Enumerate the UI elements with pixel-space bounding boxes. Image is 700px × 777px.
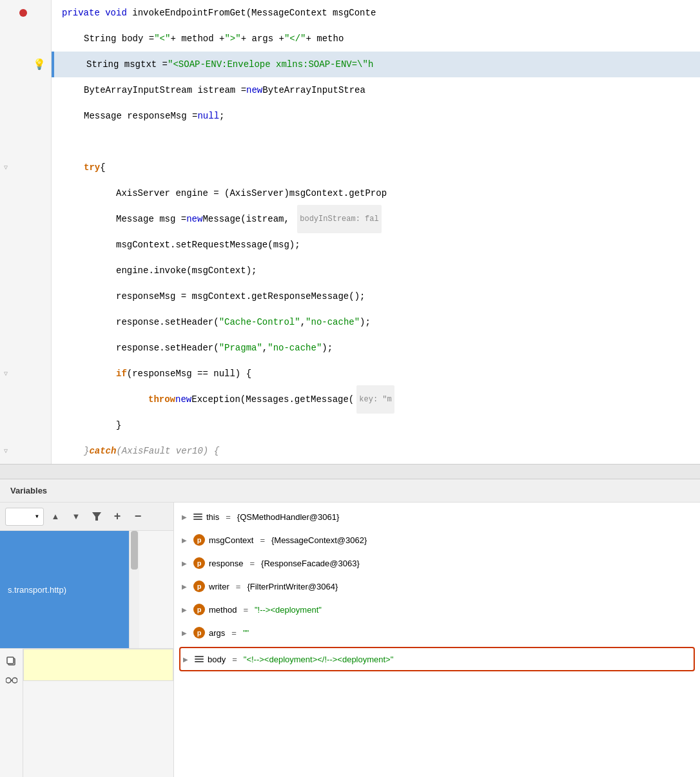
expand-arrow-response[interactable]: ▶ bbox=[182, 560, 190, 567]
down-button[interactable]: ▼ bbox=[67, 508, 85, 526]
keyword-null: null bbox=[197, 103, 219, 129]
code-line-11: engine.invoke(msgContext); bbox=[52, 258, 700, 283]
left-toolbar: ▾ ▲ ▼ + − bbox=[0, 503, 173, 531]
filter-button[interactable] bbox=[88, 508, 106, 526]
keyword-throw: throw bbox=[148, 387, 175, 412]
code-text: ByteArrayInputStream istream = bbox=[84, 77, 246, 103]
code-line-4: ByteArrayInputStream istream = new ByteA… bbox=[52, 77, 700, 103]
type-badge-p-args: p bbox=[193, 627, 205, 638]
gutter-line-3: 💡 bbox=[0, 52, 51, 77]
bulb-icon[interactable]: 💡 bbox=[33, 58, 46, 71]
var-value-response: {ResponseFacade@3063} bbox=[261, 559, 360, 568]
selected-stack-frame[interactable]: s.transport.http) bbox=[0, 531, 129, 648]
gutter-line-10 bbox=[0, 232, 51, 258]
var-value-body: "<!--><deployment></!--><deployment>" bbox=[244, 655, 394, 664]
keyword-private: private bbox=[62, 0, 100, 26]
expand-arrow-args[interactable]: ▶ bbox=[182, 629, 190, 637]
code-text: } bbox=[84, 438, 89, 464]
var-eq: = bbox=[243, 605, 248, 615]
code-line-15: if (responseMsg == null) { bbox=[52, 361, 700, 387]
filter-icon bbox=[92, 512, 101, 521]
var-item-response[interactable]: ▶ p response = {ResponseFacade@3063} bbox=[174, 552, 700, 575]
code-line-2: String body = "<" + method + ">" + args … bbox=[52, 26, 700, 52]
fold-arrow-15[interactable]: ▽ bbox=[4, 370, 8, 378]
var-item-this[interactable]: ▶ this = {QSMethodHandler@3061} bbox=[174, 505, 700, 528]
var-value-args: "" bbox=[243, 628, 249, 638]
dropdown-button[interactable]: ▾ bbox=[5, 508, 44, 526]
code-editor: 💡 ▽ ▽ ▽ bbox=[0, 0, 700, 464]
variables-label: Variables bbox=[10, 486, 47, 495]
fold-arrow-7[interactable]: ▽ bbox=[4, 164, 8, 171]
copy-icon[interactable] bbox=[4, 654, 19, 669]
gutter-line-18: ▽ bbox=[0, 438, 51, 464]
string-soap: "<SOAP-ENV:Envelope xmlns:SOAP-ENV=\"h bbox=[168, 52, 373, 77]
expand-arrow-body[interactable]: ▶ bbox=[183, 656, 191, 663]
var-value-writer: {FilterPrintWriter@3064} bbox=[247, 582, 338, 591]
chevron-down-icon: ▾ bbox=[35, 512, 39, 521]
scrollbar-thumb-vertical[interactable] bbox=[131, 531, 138, 570]
var-item-args[interactable]: ▶ p args = "" bbox=[174, 621, 700, 644]
var-value-method: "!--><deployment" bbox=[255, 605, 322, 615]
code-line-13: response.setHeader( "Cache-Control" , "n… bbox=[52, 309, 700, 335]
var-item-body[interactable]: ▶ body = "<!--><deployment></!--><deploy… bbox=[179, 647, 695, 671]
var-value-this: {QSMethodHandler@3061} bbox=[237, 512, 339, 522]
var-item-writer[interactable]: ▶ p writer = {FilterPrintWriter@3064} bbox=[174, 575, 700, 598]
var-name-this: this bbox=[206, 512, 219, 522]
type-badge-p-writer: p bbox=[193, 580, 205, 592]
left-panel-scrollbar[interactable] bbox=[129, 531, 139, 648]
param-hint-bodyinstream: bodyInStream: fal bbox=[297, 205, 381, 233]
var-eq: = bbox=[249, 559, 255, 568]
remove-button[interactable]: − bbox=[129, 508, 147, 526]
keyword-new: new bbox=[246, 77, 262, 103]
expand-arrow-msgContext[interactable]: ▶ bbox=[182, 537, 190, 544]
add-button[interactable]: + bbox=[108, 508, 126, 526]
breakpoint-area bbox=[18, 8, 28, 18]
code-text: (AxisFault ver10) { bbox=[116, 438, 219, 464]
gutter-line-2 bbox=[0, 26, 51, 52]
code-line-8: AxisServer engine = (AxisServer)msgConte… bbox=[52, 180, 700, 206]
code-line-18: } catch (AxisFault ver10) { bbox=[52, 438, 700, 464]
expand-arrow-method[interactable]: ▶ bbox=[182, 606, 190, 613]
expand-arrow-writer[interactable]: ▶ bbox=[182, 583, 190, 590]
var-eq: = bbox=[226, 512, 231, 522]
up-button[interactable]: ▲ bbox=[46, 508, 64, 526]
svg-rect-2 bbox=[7, 657, 14, 664]
code-line-12: responseMsg = msgContext.getResponseMess… bbox=[52, 283, 700, 309]
code-text: + metho bbox=[306, 26, 344, 52]
code-text: AxisServer engine = (AxisServer)msgConte… bbox=[116, 180, 387, 206]
variables-list: ▶ this = {QSMethodHandler@3061} ▶ p msgC… bbox=[174, 503, 700, 777]
var-eq: = bbox=[260, 535, 265, 545]
code-text: } bbox=[116, 412, 121, 438]
svg-point-4 bbox=[12, 678, 17, 683]
var-value-msgContext: {MessageContext@3062} bbox=[271, 535, 367, 545]
expand-arrow-this[interactable]: ▶ bbox=[182, 513, 190, 521]
var-eq: = bbox=[231, 628, 237, 638]
string-pragma: "Pragma" bbox=[219, 335, 262, 361]
gutter-line-5 bbox=[0, 103, 51, 129]
string-nocache2: "no-cache" bbox=[267, 335, 322, 361]
code-text: Message(istream, bbox=[202, 206, 295, 232]
gutter-line-12 bbox=[0, 283, 51, 309]
gutter-line-7: ▽ bbox=[0, 155, 51, 180]
keyword-try: try bbox=[84, 155, 100, 180]
code-text: response.setHeader( bbox=[116, 309, 219, 335]
code-text: Message msg = bbox=[116, 206, 186, 232]
glasses-icon[interactable] bbox=[4, 672, 19, 687]
var-item-method[interactable]: ▶ p method = "!--><deployment" bbox=[174, 598, 700, 621]
param-hint-key: key: "m bbox=[356, 385, 394, 414]
bottom-left-section bbox=[0, 648, 173, 777]
gutter-line-11 bbox=[0, 258, 51, 283]
gutter-line-1 bbox=[0, 0, 51, 26]
fold-arrow-18[interactable]: ▽ bbox=[4, 447, 8, 455]
var-name-response: response bbox=[209, 559, 243, 568]
keyword-catch: catch bbox=[89, 438, 116, 464]
line-gutter: 💡 ▽ ▽ ▽ bbox=[0, 0, 52, 464]
list-type-icon-this bbox=[193, 513, 202, 520]
var-item-msgContext[interactable]: ▶ p msgContext = {MessageContext@3062} bbox=[174, 528, 700, 552]
code-text: ; bbox=[219, 103, 224, 129]
code-text: , bbox=[300, 309, 306, 335]
code-text: Exception(Messages.getMessage( bbox=[191, 387, 354, 412]
variables-panel-header: Variables bbox=[0, 479, 700, 503]
var-name-args: args bbox=[209, 628, 225, 638]
panel-divider bbox=[0, 464, 700, 479]
